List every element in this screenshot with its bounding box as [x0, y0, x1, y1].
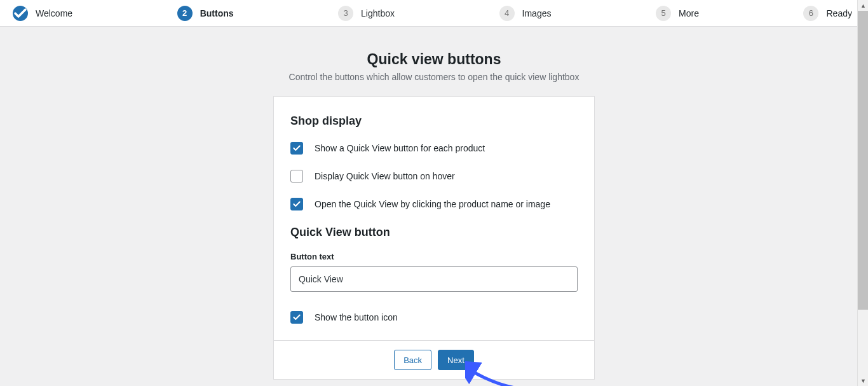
page-title: Quick view buttons: [0, 51, 868, 68]
check-icon: [13, 6, 28, 21]
section-heading-quickview-button: Quick View button: [290, 226, 578, 239]
step-label: Images: [522, 8, 552, 18]
scroll-up-icon[interactable]: ▲: [858, 0, 868, 11]
wizard-page: Quick view buttons Control the buttons w…: [0, 27, 868, 380]
scroll-down-icon[interactable]: ▼: [858, 375, 868, 386]
vertical-scrollbar[interactable]: ▲ ▼: [857, 0, 868, 386]
step-label: Buttons: [200, 8, 234, 18]
scroll-thumb[interactable]: [858, 11, 868, 310]
card-body: Shop display Show a Quick View button fo…: [274, 97, 594, 340]
step-label: Lightbox: [361, 8, 395, 18]
step-number: 5: [656, 6, 671, 21]
settings-card: Shop display Show a Quick View button fo…: [273, 96, 595, 380]
option-open-on-click-row: Open the Quick View by clicking the prod…: [290, 198, 578, 210]
step-more[interactable]: 5 More: [656, 6, 699, 21]
checkbox-label: Show the button icon: [315, 312, 398, 322]
checkbox-label: Open the Quick View by clicking the prod…: [315, 199, 550, 209]
step-lightbox[interactable]: 3 Lightbox: [338, 6, 395, 21]
button-text-label: Button text: [290, 252, 578, 261]
button-text-input[interactable]: [290, 266, 578, 292]
option-on-hover-row: Display Quick View button on hover: [290, 170, 578, 183]
checkbox-open-on-click[interactable]: [290, 198, 303, 210]
step-buttons[interactable]: 2 Buttons: [177, 6, 234, 21]
checkbox-on-hover[interactable]: [290, 170, 303, 183]
step-label: Ready: [826, 8, 851, 18]
card-footer: Back Next: [274, 340, 594, 379]
step-number: 3: [338, 6, 353, 21]
step-number: 6: [803, 6, 818, 21]
step-ready[interactable]: 6 Ready: [803, 6, 851, 21]
back-button[interactable]: Back: [394, 350, 431, 370]
option-show-button-row: Show a Quick View button for each produc…: [290, 142, 578, 155]
step-images[interactable]: 4 Images: [499, 6, 552, 21]
checkbox-label: Show a Quick View button for each produc…: [315, 143, 485, 153]
wizard-stepper: Welcome 2 Buttons 3 Lightbox 4 Images 5 …: [0, 0, 868, 27]
option-show-icon-row: Show the button icon: [290, 311, 578, 324]
next-button[interactable]: Next: [438, 350, 474, 370]
page-subtitle: Control the buttons which allow customer…: [0, 72, 868, 82]
step-label: More: [679, 8, 699, 18]
step-label: Welcome: [36, 8, 72, 18]
checkbox-show-icon[interactable]: [290, 311, 303, 324]
step-number: 4: [499, 6, 515, 21]
section-heading-shop-display: Shop display: [290, 114, 578, 128]
checkbox-show-button[interactable]: [290, 142, 303, 155]
step-welcome[interactable]: Welcome: [13, 6, 72, 21]
checkbox-label: Display Quick View button on hover: [315, 171, 455, 181]
step-number: 2: [177, 6, 193, 21]
